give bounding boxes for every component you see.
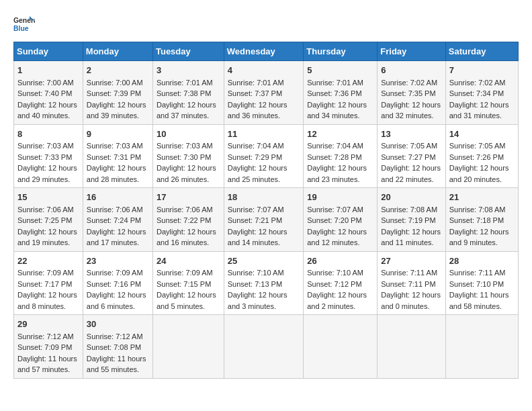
day-number: 23 (87, 255, 149, 268)
daylight-text: Daylight: 12 hours and 22 minutes. (381, 164, 441, 183)
weekday-header: Wednesday (224, 42, 303, 61)
sunset-text: Sunset: 7:31 PM (87, 153, 141, 161)
daylight-text: Daylight: 12 hours and 8 minutes. (17, 291, 77, 310)
daylight-text: Daylight: 12 hours and 28 minutes. (87, 164, 146, 183)
sunrise-text: Sunrise: 7:07 AM (228, 205, 284, 214)
calendar-day: 6Sunrise: 7:02 AMSunset: 7:35 PMDaylight… (378, 61, 445, 125)
calendar-day: 25Sunrise: 7:10 AMSunset: 7:13 PMDayligh… (224, 251, 303, 315)
sunset-text: Sunset: 7:34 PM (449, 89, 504, 97)
calendar-day: 14Sunrise: 7:05 AMSunset: 7:26 PMDayligh… (445, 124, 518, 188)
calendar-day: 4Sunrise: 7:01 AMSunset: 7:37 PMDaylight… (224, 61, 303, 125)
sunset-text: Sunset: 7:36 PM (307, 89, 361, 97)
sunset-text: Sunset: 7:21 PM (228, 216, 282, 224)
daylight-text: Daylight: 12 hours and 16 minutes. (157, 228, 216, 247)
weekday-header: Sunday (14, 42, 83, 61)
sunset-text: Sunset: 7:08 PM (87, 343, 141, 351)
sunrise-text: Sunrise: 7:11 AM (381, 269, 437, 277)
daylight-text: Daylight: 12 hours and 36 minutes. (228, 101, 287, 120)
calendar-week: 22Sunrise: 7:09 AMSunset: 7:17 PMDayligh… (14, 251, 519, 315)
daylight-text: Daylight: 12 hours and 37 minutes. (157, 101, 216, 120)
daylight-text: Daylight: 12 hours and 26 minutes. (157, 164, 216, 183)
sunrise-text: Sunrise: 7:09 AM (17, 269, 74, 277)
sunrise-text: Sunrise: 7:00 AM (87, 79, 143, 87)
day-number: 8 (17, 128, 79, 141)
daylight-text: Daylight: 11 hours and 58 minutes. (449, 291, 509, 310)
calendar-day: 16Sunrise: 7:06 AMSunset: 7:24 PMDayligh… (83, 188, 152, 252)
calendar-week: 29Sunrise: 7:12 AMSunset: 7:09 PMDayligh… (14, 315, 519, 379)
calendar-day: 27Sunrise: 7:11 AMSunset: 7:11 PMDayligh… (378, 251, 445, 315)
sunset-text: Sunset: 7:13 PM (228, 280, 282, 288)
calendar-day: 10Sunrise: 7:03 AMSunset: 7:30 PMDayligh… (152, 124, 224, 188)
sunset-text: Sunset: 7:26 PM (449, 153, 504, 161)
sunrise-text: Sunrise: 7:10 AM (228, 269, 284, 277)
daylight-text: Daylight: 12 hours and 5 minutes. (157, 291, 216, 310)
sunrise-text: Sunrise: 7:02 AM (381, 79, 437, 87)
calendar-day: 12Sunrise: 7:04 AMSunset: 7:28 PMDayligh… (304, 124, 378, 188)
sunset-text: Sunset: 7:17 PM (17, 280, 72, 288)
logo-icon: General Blue (13, 13, 35, 35)
day-number: 18 (228, 191, 300, 204)
daylight-text: Daylight: 12 hours and 34 minutes. (307, 101, 367, 120)
day-number: 2 (87, 64, 149, 77)
daylight-text: Daylight: 12 hours and 39 minutes. (87, 101, 146, 120)
day-number: 10 (157, 128, 220, 141)
sunrise-text: Sunrise: 7:03 AM (17, 142, 74, 150)
calendar-day: 28Sunrise: 7:11 AMSunset: 7:10 PMDayligh… (445, 251, 518, 315)
sunrise-text: Sunrise: 7:10 AM (307, 269, 363, 277)
sunset-text: Sunset: 7:20 PM (307, 216, 361, 224)
sunrise-text: Sunrise: 7:11 AM (449, 269, 506, 277)
day-number: 24 (157, 255, 220, 268)
sunrise-text: Sunrise: 7:05 AM (381, 142, 437, 150)
sunset-text: Sunset: 7:38 PM (157, 89, 211, 97)
day-number: 27 (381, 255, 441, 268)
day-number: 13 (381, 128, 441, 141)
day-number: 21 (449, 191, 515, 204)
sunrise-text: Sunrise: 7:09 AM (157, 269, 213, 277)
calendar-table: SundayMondayTuesdayWednesdayThursdayFrid… (13, 42, 519, 379)
calendar-day: 22Sunrise: 7:09 AMSunset: 7:17 PMDayligh… (14, 251, 83, 315)
sunset-text: Sunset: 7:28 PM (307, 153, 361, 161)
daylight-text: Daylight: 12 hours and 19 minutes. (17, 228, 77, 247)
calendar-day: 7Sunrise: 7:02 AMSunset: 7:34 PMDaylight… (445, 61, 518, 125)
daylight-text: Daylight: 12 hours and 23 minutes. (307, 164, 367, 183)
sunrise-text: Sunrise: 7:01 AM (157, 79, 213, 87)
weekday-header: Friday (378, 42, 445, 61)
day-number: 26 (307, 255, 373, 268)
day-number: 6 (381, 64, 441, 77)
sunset-text: Sunset: 7:27 PM (381, 153, 435, 161)
daylight-text: Daylight: 12 hours and 3 minutes. (228, 291, 287, 310)
calendar-day: 23Sunrise: 7:09 AMSunset: 7:16 PMDayligh… (83, 251, 152, 315)
day-number: 1 (17, 64, 79, 77)
calendar-day: 20Sunrise: 7:08 AMSunset: 7:19 PMDayligh… (378, 188, 445, 252)
sunset-text: Sunset: 7:10 PM (449, 280, 504, 288)
calendar-day (445, 315, 518, 379)
sunset-text: Sunset: 7:18 PM (449, 216, 504, 224)
sunrise-text: Sunrise: 7:03 AM (87, 142, 143, 150)
calendar-week: 1Sunrise: 7:00 AMSunset: 7:40 PMDaylight… (14, 61, 519, 125)
sunset-text: Sunset: 7:09 PM (17, 343, 72, 351)
day-number: 17 (157, 191, 220, 204)
day-number: 29 (17, 318, 79, 331)
calendar-day: 29Sunrise: 7:12 AMSunset: 7:09 PMDayligh… (14, 315, 83, 379)
calendar-week: 8Sunrise: 7:03 AMSunset: 7:33 PMDaylight… (14, 124, 519, 188)
day-number: 16 (87, 191, 149, 204)
calendar-day: 2Sunrise: 7:00 AMSunset: 7:39 PMDaylight… (83, 61, 152, 125)
sunrise-text: Sunrise: 7:08 AM (449, 205, 506, 214)
day-number: 4 (228, 64, 300, 77)
sunrise-text: Sunrise: 7:04 AM (307, 142, 363, 150)
sunrise-text: Sunrise: 7:02 AM (449, 79, 506, 87)
sunset-text: Sunset: 7:33 PM (17, 153, 72, 161)
day-number: 3 (157, 64, 220, 77)
sunset-text: Sunset: 7:12 PM (307, 280, 361, 288)
calendar-day: 21Sunrise: 7:08 AMSunset: 7:18 PMDayligh… (445, 188, 518, 252)
calendar-day: 18Sunrise: 7:07 AMSunset: 7:21 PMDayligh… (224, 188, 303, 252)
sunrise-text: Sunrise: 7:01 AM (228, 79, 284, 87)
sunrise-text: Sunrise: 7:12 AM (17, 332, 74, 340)
sunrise-text: Sunrise: 7:07 AM (307, 205, 363, 214)
sunrise-text: Sunrise: 7:06 AM (157, 205, 213, 214)
day-number: 25 (228, 255, 300, 268)
calendar-day: 9Sunrise: 7:03 AMSunset: 7:31 PMDaylight… (83, 124, 152, 188)
daylight-text: Daylight: 12 hours and 20 minutes. (449, 164, 509, 183)
calendar-header: SundayMondayTuesdayWednesdayThursdayFrid… (14, 42, 519, 61)
day-number: 15 (17, 191, 79, 204)
